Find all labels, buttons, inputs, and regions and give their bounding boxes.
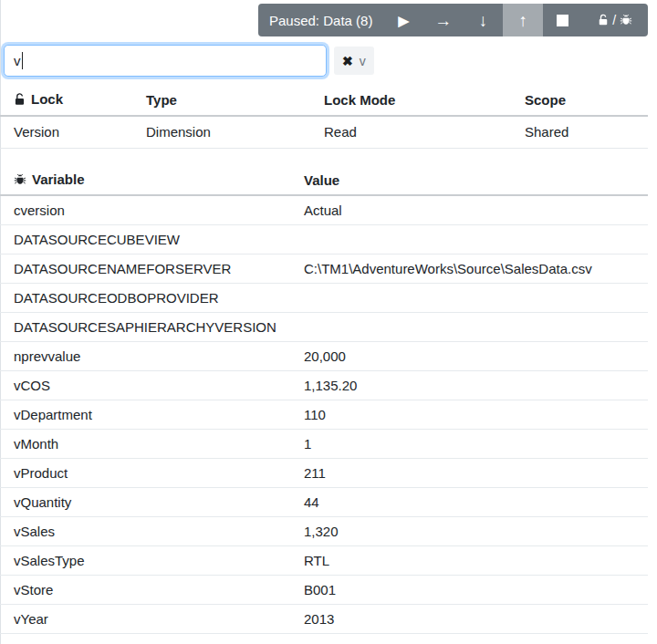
lock-header-cell: Lock: [0, 85, 132, 116]
variable-name-cell: DATASOURCEODBOPROVIDER: [0, 283, 290, 312]
variable-row: DATASOURCESAPHIERARCHYVERSION: [0, 312, 648, 341]
variable-value-cell: 211: [290, 458, 648, 487]
variable-row: vCOS 1,135.20: [0, 370, 648, 400]
lock-mode-header-cell: Lock Mode: [310, 85, 511, 116]
variable-row: vDepartment 110: [0, 400, 648, 429]
step-into-icon: ↓: [479, 12, 488, 29]
variable-row: DATASOURCECUBEVIEW: [0, 224, 648, 254]
lock-mode-cell: Read: [310, 116, 511, 148]
slash-separator: /: [612, 13, 616, 27]
variable-row: nprevvalue 20,000: [0, 341, 648, 370]
variable-name-cell: vSales: [0, 516, 290, 545]
variable-row: vSalesType RTL: [0, 545, 648, 575]
search-input-value: v: [14, 53, 21, 68]
stop-button[interactable]: [543, 4, 583, 36]
variable-name-cell: nprevvalue: [0, 341, 290, 370]
variable-name-cell: DATASOURCESAPHIERARCHYVERSION: [0, 312, 290, 341]
variable-row: vMonth 1: [0, 429, 648, 458]
step-out-button[interactable]: ↑: [503, 4, 543, 36]
variable-value-cell: Actual: [290, 195, 648, 224]
variable-name-cell: vStore: [0, 575, 290, 604]
bug-icon: [620, 14, 632, 26]
variable-name-cell: vYear: [0, 604, 290, 633]
variable-value-cell: 1: [290, 429, 648, 458]
debugger-panel: Paused: Data (8) ▶ → ↓ ↑ /: [0, 0, 657, 644]
variable-row: vStore B001: [0, 575, 648, 604]
locks-breakpoints-button[interactable]: /: [583, 4, 648, 36]
variable-row: vYear 2013: [0, 604, 648, 633]
variable-name-cell: cversion: [0, 195, 290, 224]
play-icon: ▶: [398, 14, 409, 27]
variable-row: vProduct 211: [0, 458, 648, 487]
filter-text: v: [360, 54, 366, 68]
variable-value-cell: B001: [290, 575, 648, 604]
debugger-toolbar: Paused: Data (8) ▶ → ↓ ↑ /: [258, 4, 648, 36]
variable-header-cell: Variable: [0, 166, 290, 195]
variable-value-cell: C:\TM1\AdventureWorks\Source\SalesData.c…: [290, 254, 648, 283]
variable-name-cell: vSalesType: [0, 545, 290, 575]
lock-row: Version Dimension Read Shared: [0, 116, 648, 148]
variable-name-cell: DATASOURCENAMEFORSERVER: [0, 254, 290, 283]
scope-header-cell: Scope: [511, 85, 648, 116]
variable-row: DATASOURCENAMEFORSERVER C:\TM1\Adventure…: [0, 254, 648, 283]
variable-name-cell: DATASOURCECUBEVIEW: [0, 224, 290, 254]
variable-name-cell: vCOS: [0, 370, 290, 400]
lock-icon: [14, 93, 26, 109]
variable-value-cell: 1,320: [290, 516, 648, 545]
variable-value-cell: [290, 312, 648, 341]
lock-icon: [598, 14, 609, 26]
variable-table: Variable Value cversion Actual DATASOURC…: [0, 166, 648, 634]
lock-table: Lock Type Lock Mode Scope Version Dimens…: [0, 85, 648, 149]
search-input[interactable]: v: [4, 45, 327, 77]
variable-value-cell: 20,000: [290, 341, 648, 370]
variable-value-cell: 1,135.20: [290, 370, 648, 400]
variable-value-cell: 110: [290, 400, 648, 429]
step-out-icon: ↑: [518, 12, 527, 29]
lock-scope-cell: Shared: [511, 116, 648, 148]
variable-name-cell: vDepartment: [0, 400, 290, 429]
variable-value-cell: [290, 224, 648, 254]
lock-header-label: Lock: [31, 91, 63, 107]
variable-row: vQuantity 44: [0, 487, 648, 516]
stop-icon: [557, 15, 568, 26]
variable-table-header-row: Variable Value: [0, 166, 648, 195]
lock-name-cell: Version: [0, 116, 132, 148]
step-over-icon: →: [434, 12, 452, 29]
run-button[interactable]: ▶: [383, 4, 423, 36]
value-header-cell: Value: [290, 166, 648, 195]
variable-header-label: Variable: [32, 171, 85, 187]
variable-name-cell: vProduct: [0, 458, 290, 487]
type-header-cell: Type: [132, 85, 310, 116]
lock-table-header-row: Lock Type Lock Mode Scope: [0, 85, 648, 116]
variable-value-cell: 2013: [290, 604, 648, 633]
step-over-button[interactable]: →: [423, 4, 464, 36]
bug-icon: [14, 173, 26, 189]
variable-row: vSales 1,320: [0, 516, 648, 545]
variable-name-cell: vQuantity: [0, 487, 290, 516]
pause-status-label: Paused: Data (8): [258, 4, 383, 36]
clear-filter-icon[interactable]: ✖: [342, 55, 353, 68]
variable-row: DATASOURCEODBOPROVIDER: [0, 283, 648, 312]
variable-value-cell: RTL: [290, 545, 648, 575]
lock-type-cell: Dimension: [132, 116, 310, 148]
text-caret: [22, 52, 24, 69]
variable-row: cversion Actual: [0, 195, 648, 224]
variable-value-cell: [290, 283, 648, 312]
filter-chip: ✖ v: [334, 47, 374, 75]
variable-name-cell: vMonth: [0, 429, 290, 458]
step-into-button[interactable]: ↓: [464, 4, 504, 36]
variable-value-cell: 44: [290, 487, 648, 516]
